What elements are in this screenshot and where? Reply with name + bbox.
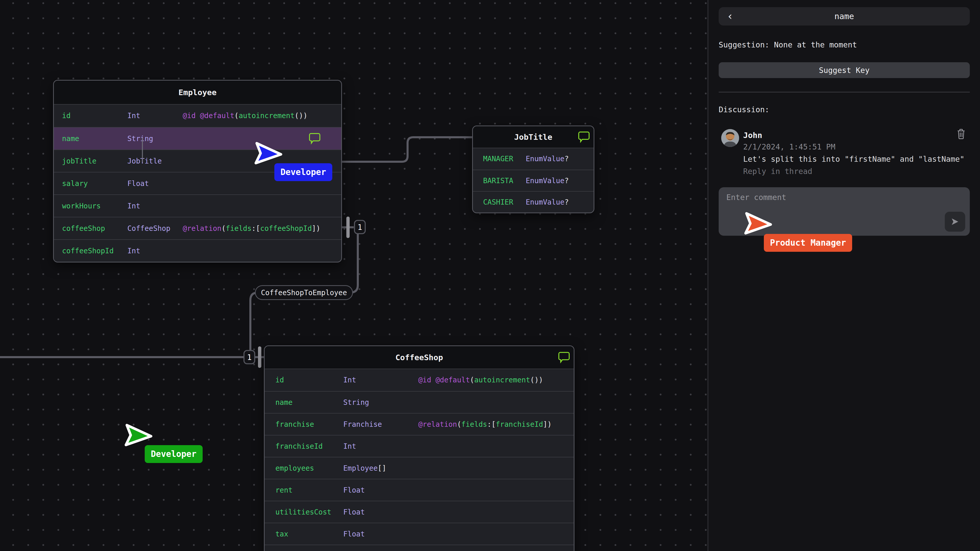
field-type: Franchise bbox=[343, 413, 382, 435]
table-title: JobTitle bbox=[514, 132, 552, 141]
field-type: EnumValue? bbox=[526, 192, 569, 213]
table-header[interactable]: Employee bbox=[54, 81, 341, 105]
table-row[interactable]: nameString bbox=[265, 391, 574, 413]
table-row[interactable]: coffeeShopIdInt bbox=[54, 239, 341, 262]
entity-table-coffeeshop[interactable]: CoffeeShopidInt@id @default(autoincremen… bbox=[264, 345, 574, 551]
field-name: utilitiesCost bbox=[275, 501, 331, 523]
field-name: franchiseId bbox=[275, 435, 323, 457]
field-name: BARISTA bbox=[483, 170, 513, 191]
field-attributes: @relation(fields:[coffeeShopId]) bbox=[183, 218, 320, 239]
field-type: Float bbox=[343, 501, 365, 523]
comment-author: John bbox=[743, 130, 762, 140]
field-attributes: @relation(fields:[franchiseId]) bbox=[418, 413, 552, 435]
reply-in-thread-link[interactable]: Reply in thread bbox=[743, 167, 812, 176]
field-type: Float bbox=[343, 523, 365, 545]
field-type: Int bbox=[127, 105, 140, 127]
table-row[interactable]: rentFloat bbox=[265, 479, 574, 501]
remote-cursor-label: Product Manager bbox=[764, 234, 852, 252]
comment-timestamp: 2/1/2024, 1:45:51 PM bbox=[743, 142, 835, 151]
table-row[interactable]: taxFloat bbox=[265, 523, 574, 545]
table-row[interactable] bbox=[265, 545, 574, 551]
remote-cursor-icon bbox=[771, 224, 773, 227]
field-name: name bbox=[275, 392, 293, 413]
collab-text-caret bbox=[142, 138, 143, 162]
field-name: coffeeShopId bbox=[62, 240, 114, 262]
field-name: MANAGER bbox=[483, 148, 513, 170]
field-name: jobTitle bbox=[62, 150, 97, 172]
comment-text: Let's split this into "firstName" and "l… bbox=[743, 155, 964, 164]
field-name: id bbox=[275, 369, 284, 391]
field-type: Float bbox=[343, 479, 365, 501]
field-type: String bbox=[127, 127, 153, 149]
table-row[interactable]: CASHIEREnumValue? bbox=[473, 191, 593, 213]
back-button[interactable]: ‹ bbox=[719, 7, 741, 25]
suggest-key-button[interactable]: Suggest Key bbox=[719, 62, 970, 78]
field-name: salary bbox=[62, 172, 88, 194]
schema-canvas[interactable]: EmployeeidInt@id @default(autoincrement(… bbox=[0, 0, 708, 551]
table-row[interactable]: utilitiesCostFloat bbox=[265, 501, 574, 523]
send-comment-button[interactable] bbox=[945, 212, 965, 232]
divider bbox=[719, 92, 970, 92]
table-row[interactable]: workHoursInt bbox=[54, 194, 341, 217]
remote-cursor-icon bbox=[281, 154, 283, 157]
table-header[interactable]: CoffeeShop bbox=[265, 346, 574, 369]
one-cardinality-tick bbox=[346, 217, 350, 238]
table-title: Employee bbox=[178, 88, 216, 97]
table-header[interactable]: JobTitle bbox=[473, 126, 593, 148]
entity-table-jobtitle[interactable]: JobTitleMANAGEREnumValue?BARISTAEnumValu… bbox=[472, 125, 594, 213]
field-name: coffeeShop bbox=[62, 218, 105, 239]
field-type: Employee[] bbox=[343, 457, 387, 479]
field-type: EnumValue? bbox=[526, 170, 569, 191]
inspector-sidebar: ‹ name Suggestion: None at the moment Su… bbox=[708, 0, 980, 551]
field-type: Int bbox=[127, 195, 140, 217]
delete-comment-icon[interactable] bbox=[956, 129, 966, 139]
field-type: String bbox=[343, 392, 369, 413]
field-name: tax bbox=[275, 523, 288, 545]
table-row[interactable]: coffeeShopCoffeeShop@relation(fields:[co… bbox=[54, 217, 341, 239]
relation-name-label: CoffeeShopToEmployee bbox=[255, 285, 353, 300]
table-title: CoffeeShop bbox=[395, 353, 443, 362]
suggestion-text: Suggestion: None at the moment bbox=[719, 40, 857, 49]
field-type: CoffeeShop bbox=[127, 218, 170, 239]
field-title: name bbox=[719, 7, 970, 25]
avatar bbox=[721, 129, 739, 147]
field-attributes: @id @default(autoincrement()) bbox=[418, 369, 543, 391]
field-attributes: @id @default(autoincrement()) bbox=[183, 105, 307, 127]
table-row[interactable]: idInt@id @default(autoincrement()) bbox=[265, 369, 574, 391]
table-row[interactable]: employeesEmployee[] bbox=[265, 457, 574, 479]
field-type: EnumValue? bbox=[526, 148, 569, 170]
table-row[interactable]: MANAGEREnumValue? bbox=[473, 148, 593, 170]
field-type: Int bbox=[343, 369, 356, 391]
comment-bubble-icon[interactable] bbox=[558, 351, 570, 363]
field-name: id bbox=[62, 105, 71, 127]
remote-cursor-label: Developer bbox=[274, 163, 332, 181]
field-header-pill: ‹ name bbox=[719, 7, 970, 25]
table-row[interactable]: nameString bbox=[54, 127, 341, 149]
table-row[interactable]: idInt@id @default(autoincrement()) bbox=[54, 105, 341, 127]
discussion-heading: Discussion: bbox=[719, 105, 770, 114]
field-type: Float bbox=[127, 172, 149, 194]
cardinality-badge: 1 bbox=[243, 350, 255, 364]
comment-bubble-icon[interactable] bbox=[578, 131, 590, 143]
one-cardinality-tick bbox=[258, 346, 261, 368]
send-icon bbox=[951, 218, 959, 226]
table-row[interactable]: BARISTAEnumValue? bbox=[473, 170, 593, 191]
field-name: employees bbox=[275, 457, 314, 479]
field-name: workHours bbox=[62, 195, 101, 217]
field-name: franchise bbox=[275, 413, 314, 435]
table-row[interactable]: franchiseFranchise@relation(fields:[fran… bbox=[265, 413, 574, 435]
field-name: rent bbox=[275, 479, 293, 501]
cardinality-badge: 1 bbox=[354, 220, 366, 234]
field-name: name bbox=[62, 127, 79, 149]
remote-cursor-label: Developer bbox=[145, 445, 203, 463]
field-type: Int bbox=[343, 435, 356, 457]
comment-bubble-icon[interactable] bbox=[309, 133, 321, 144]
field-type: JobTitle bbox=[127, 150, 162, 172]
field-type: Int bbox=[127, 240, 140, 262]
remote-cursor-icon bbox=[151, 436, 154, 439]
table-row[interactable]: franchiseIdInt bbox=[265, 435, 574, 457]
field-name: CASHIER bbox=[483, 192, 513, 213]
